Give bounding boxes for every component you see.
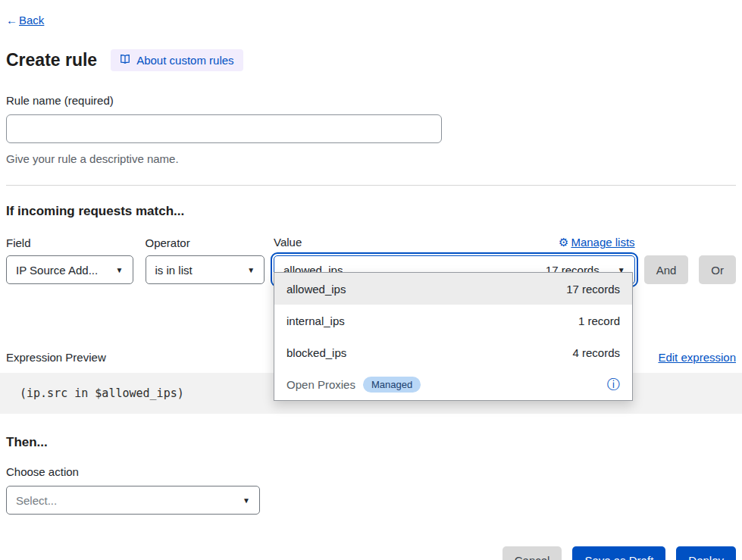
and-button[interactable]: And (644, 255, 689, 284)
gear-icon: ⚙ (559, 236, 568, 249)
book-icon (120, 54, 130, 67)
list-item-open-proxies[interactable]: Open Proxies Managed ⓘ (274, 368, 632, 400)
page-title: Create rule (6, 50, 97, 70)
list-item-allowed-ips[interactable]: allowed_ips 17 records (274, 273, 632, 305)
list-item-blocked-ips[interactable]: blocked_ips 4 records (274, 336, 632, 368)
choose-action-label: Choose action (6, 465, 736, 478)
manage-lists-label: Manage lists (571, 236, 634, 249)
expression-preview-label: Expression Preview (6, 351, 106, 364)
field-select-value: IP Source Add... (16, 264, 98, 277)
back-link[interactable]: ←Back (6, 14, 44, 27)
about-custom-rules-link[interactable]: About custom rules (111, 49, 243, 71)
list-item-meta: 4 records (573, 346, 621, 359)
or-button[interactable]: Or (699, 255, 736, 284)
list-item-name: internal_ips (286, 314, 345, 327)
cancel-button[interactable]: Cancel (502, 546, 562, 560)
list-item-name: allowed_ips (286, 283, 346, 296)
rule-name-label: Rule name (required) (6, 94, 736, 107)
field-label: Field (6, 236, 133, 249)
back-arrow-icon: ← (6, 14, 17, 27)
list-item-name: Open Proxies (286, 378, 355, 391)
manage-lists-link[interactable]: ⚙Manage lists (559, 236, 635, 249)
chevron-down-icon: ▼ (243, 496, 250, 505)
action-select[interactable]: Select... ▼ (6, 486, 260, 515)
list-item-internal-ips[interactable]: internal_ips 1 record (274, 305, 632, 336)
list-item-name: blocked_ips (286, 346, 346, 359)
operator-label: Operator (146, 236, 265, 249)
deploy-button[interactable]: Deploy (676, 546, 736, 560)
rule-name-help: Give your rule a descriptive name. (6, 152, 736, 165)
managed-badge: Managed (363, 377, 421, 393)
rule-name-input[interactable] (6, 114, 442, 143)
edit-expression-link[interactable]: Edit expression (658, 351, 736, 364)
action-select-placeholder: Select... (16, 494, 57, 507)
field-select[interactable]: IP Source Add... ▼ (6, 255, 133, 284)
info-icon[interactable]: ⓘ (607, 378, 620, 391)
divider (6, 185, 736, 186)
operator-select-value: is in list (155, 264, 193, 277)
back-link-label: Back (19, 14, 44, 27)
chevron-down-icon: ▼ (247, 266, 255, 274)
lists-dropdown: allowed_ips 17 records internal_ips 1 re… (274, 272, 633, 401)
then-section-title: Then... (6, 435, 736, 450)
list-item-meta: 1 record (578, 314, 620, 327)
value-label: Value (274, 236, 302, 249)
operator-select[interactable]: is in list ▼ (146, 255, 265, 284)
about-custom-rules-label: About custom rules (136, 54, 233, 67)
save-as-draft-button[interactable]: Save as Draft (572, 546, 665, 560)
match-section-title: If incoming requests match... (6, 204, 736, 219)
chevron-down-icon: ▼ (116, 266, 124, 274)
list-item-meta: 17 records (566, 283, 620, 296)
